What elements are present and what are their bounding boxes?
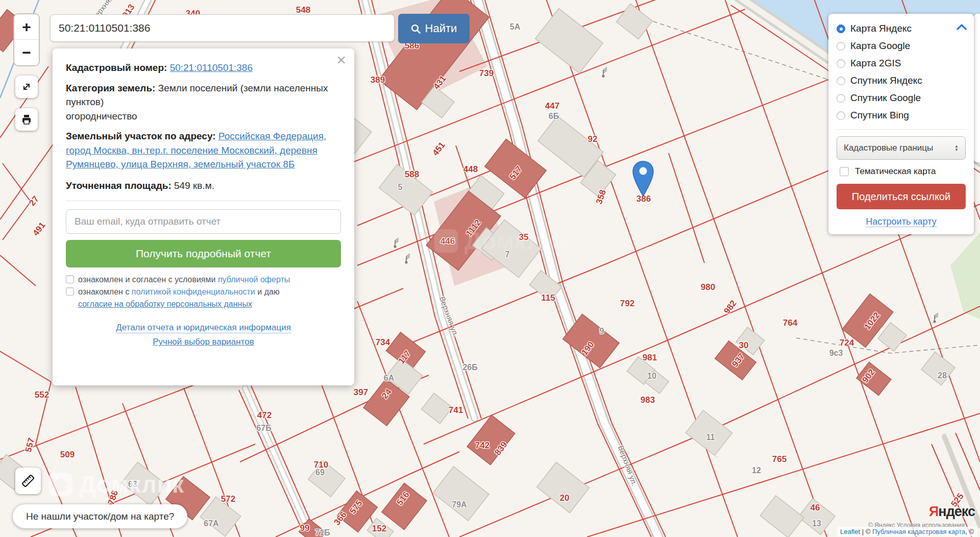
privacy-policy-link[interactable]: политикой конфиденциальности <box>132 287 255 296</box>
close-icon[interactable]: × <box>336 52 346 68</box>
radio-button[interactable] <box>837 42 845 51</box>
layer-option-label: Спутник Bing <box>850 110 909 121</box>
manual-selection-link[interactable]: Ручной выбор вариантов <box>153 337 254 347</box>
cadastral-map-app: 5489133405867393894314514479258844851735… <box>0 0 980 537</box>
attribution-bar: Leaflet | © Публичная кадастровая карта,… <box>837 527 977 536</box>
radio-button[interactable] <box>837 77 845 85</box>
ruler-button[interactable] <box>15 468 41 494</box>
map-pin-icon[interactable] <box>632 160 654 200</box>
area-value: 549 кв.м. <box>174 180 214 191</box>
layers-panel: Карта ЯндексКарта GoogleКарта 2GISСпутни… <box>828 14 974 234</box>
address-row: Земельный участок по адресу: Российская … <box>66 129 341 172</box>
map-layer-option[interactable]: Спутник Bing <box>837 107 966 124</box>
consent-link[interactable]: согласие на обработку персональных данны… <box>78 300 252 308</box>
cadastral-number-label: Кадастровый номер: <box>66 62 167 73</box>
search-icon <box>411 24 421 34</box>
overlay-select-value: Кадастровые границы <box>844 143 933 153</box>
category-label: Категория земель: <box>66 83 155 93</box>
layer-option-label: Спутник Google <box>850 92 921 104</box>
area-row: Уточненная площадь: 549 кв.м. <box>66 179 341 193</box>
popup-links: Детали отчета и юридическая информация Р… <box>66 323 341 351</box>
cadastral-number-row: Кадастровый номер: 50:21:0110501:386 <box>66 61 341 75</box>
panel-divider <box>837 129 966 130</box>
ruler-icon <box>20 473 36 489</box>
expand-icon <box>21 81 32 92</box>
not-found-button[interactable]: Не нашли участок/дом на карте? <box>13 504 187 528</box>
offer-checkbox[interactable] <box>66 275 74 283</box>
attribution-leaflet-link[interactable]: Leaflet <box>840 528 860 535</box>
layer-option-label: Карта Яндекс <box>850 23 912 34</box>
layer-option-label: Спутник Яндекс <box>850 75 922 86</box>
layer-options-list: Карта ЯндексКарта GoogleКарта 2GISСпутни… <box>837 20 966 124</box>
popup-divider <box>66 201 341 201</box>
chevron-up-icon[interactable] <box>957 23 967 32</box>
category-extra: огородничество <box>66 109 341 124</box>
zoom-in-button[interactable]: + <box>14 14 39 40</box>
category-row: Категория земель: Земли поселений (земли… <box>66 81 341 109</box>
offer-checkbox-text: ознакомлен и согласен с условиями публич… <box>78 274 290 286</box>
zoom-out-button[interactable]: − <box>14 40 39 65</box>
info-popup: × Кадастровый номер: 50:21:0110501:386 К… <box>53 48 354 385</box>
fullscreen-button[interactable] <box>15 76 38 98</box>
get-report-button[interactable]: Получить подробный отчет <box>66 240 341 267</box>
thematic-checkbox[interactable] <box>840 167 849 176</box>
printer-icon <box>20 113 33 126</box>
report-details-link[interactable]: Детали отчета и юридическая информация <box>116 323 291 333</box>
collapsed-panel-edge <box>974 14 980 162</box>
cadastral-number-link[interactable]: 50:21:0110501:386 <box>170 62 253 73</box>
overlay-type-select[interactable]: Кадастровые границы ▲▼ <box>837 136 966 160</box>
thematic-checkbox-row: Тематическая карта <box>840 166 966 177</box>
consent-link-row: согласие на обработку персональных данны… <box>78 298 341 310</box>
layer-option-label: Карта 2GIS <box>850 58 901 69</box>
map-layer-option[interactable]: Спутник Google <box>837 89 966 107</box>
privacy-checkbox-row: ознакомлен с политикой конфиденциальност… <box>66 286 341 298</box>
map-layer-option[interactable]: Карта Яндекс <box>837 20 966 37</box>
address-label: Земельный участок по адресу: <box>66 131 216 141</box>
radio-button[interactable] <box>837 94 845 103</box>
public-offer-link[interactable]: публичной оферты <box>218 275 290 284</box>
map-layer-option[interactable]: Карта Google <box>837 37 966 55</box>
radio-button[interactable] <box>837 59 845 68</box>
radio-button[interactable] <box>837 111 845 120</box>
attribution-pkk-link[interactable]: Публичная кадастровая карта <box>872 528 965 535</box>
find-button-label: Найти <box>425 22 457 35</box>
email-input[interactable] <box>66 209 341 234</box>
privacy-checkbox-text: ознакомлен с политикой конфиденциальност… <box>78 286 280 298</box>
map-layer-option[interactable]: Карта 2GIS <box>837 55 966 72</box>
find-button[interactable]: Найти <box>398 14 470 43</box>
layer-option-label: Карта Google <box>850 40 910 52</box>
yandex-logo: Яндекс <box>929 504 975 520</box>
thematic-checkbox-label: Тематическая карта <box>855 166 936 177</box>
share-link-button[interactable]: Поделиться ссылкой <box>837 184 966 209</box>
radio-button[interactable] <box>837 25 845 33</box>
configure-map-link[interactable]: Настроить карту <box>837 216 966 227</box>
zoom-control: + − <box>13 13 40 66</box>
search-input[interactable] <box>50 14 395 42</box>
offer-checkbox-row: ознакомлен и согласен с условиями публич… <box>66 274 341 286</box>
map-layer-option[interactable]: Спутник Яндекс <box>837 72 966 89</box>
print-button[interactable] <box>15 108 38 131</box>
area-label: Уточненная площадь: <box>66 180 172 191</box>
privacy-checkbox[interactable] <box>66 287 74 296</box>
select-arrows-icon: ▲▼ <box>954 144 959 152</box>
